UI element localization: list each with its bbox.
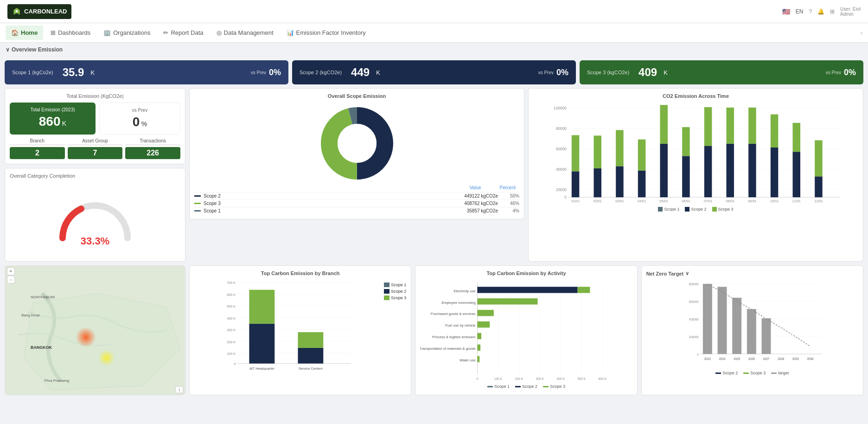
net-zero-target-text: target [778, 371, 789, 375]
svg-text:600 K: 600 K [227, 293, 236, 297]
svg-text:20000: 20000 [556, 188, 567, 192]
emission-vs-label: vs Prev [104, 108, 175, 113]
svg-text:11/01: 11/01 [792, 199, 801, 203]
logo[interactable]: CARBONLEAD [7, 4, 71, 19]
completion-title: Overall Category Completion [10, 173, 180, 179]
legend-percent-header: Percent [500, 185, 516, 190]
scope3-legend-text: Scope 3 [718, 207, 734, 212]
svg-text:500 K: 500 K [227, 304, 236, 308]
activity-chart-title: Top Carbon Emission by Activity [420, 270, 632, 276]
scope3-vs-section: vs Prev 0% [826, 68, 856, 77]
section-header: ∨ Overview Emission [0, 43, 868, 57]
svg-text:Water use: Water use [460, 358, 476, 362]
layout-icon[interactable]: ⊞ [830, 8, 835, 15]
emission-icon: 📊 [287, 29, 294, 36]
svg-text:Phra Pradaeng: Phra Pradaeng [45, 379, 69, 383]
user-name: User: Eiot [840, 6, 861, 12]
svg-point-1 [16, 10, 18, 12]
branch-legend-scope1: Scope 1 [384, 283, 406, 287]
language-label[interactable]: EN [796, 8, 804, 15]
scope1-vs-section: vs Prev 0% [251, 68, 281, 77]
activity-scope1-text: Scope 1 [494, 384, 510, 389]
emission-vs-value: 0 % [104, 115, 175, 129]
svg-text:40000: 40000 [556, 167, 567, 172]
stat-asset-group: Asset Group 7 [68, 138, 123, 159]
svg-text:07/01: 07/01 [704, 199, 712, 203]
branch-chart-card: Top Carbon Emission by Branch 700 K 600 … [189, 265, 411, 395]
svg-rect-105 [578, 287, 590, 293]
data-icon: ◎ [217, 29, 222, 36]
nav-dashboards-label: Dashboards [58, 29, 90, 36]
svg-rect-117 [478, 356, 480, 362]
branch-legend-scope2: Scope 2 [384, 289, 406, 294]
svg-text:Electricity use: Electricity use [454, 289, 476, 293]
branch-scope2-dot [384, 289, 389, 294]
scope1-legend-color [194, 210, 201, 212]
donut-chart-svg [315, 102, 399, 185]
nav-item-dashboards[interactable]: ⊞ Dashboards [45, 26, 96, 40]
net-zero-scope3-dot [743, 373, 749, 374]
chevron-down-icon: ∨ [6, 46, 10, 53]
nav-item-home[interactable]: 🏠 Home [6, 26, 43, 40]
scope3-legend-name: Scope 3 [204, 201, 458, 206]
scope1-vs-prev-label: vs Prev [251, 70, 266, 75]
nav-arrow-icon[interactable]: › [861, 30, 862, 36]
svg-text:2027: 2027 [763, 357, 770, 360]
nav-item-organizations[interactable]: 🏢 Organizations [98, 26, 156, 40]
net-zero-legend-scope2: Scope 2 [715, 371, 738, 375]
emission-vs-box: vs Prev 0 % [99, 103, 180, 135]
user-info[interactable]: User: Eiot Admin [840, 6, 861, 17]
legend-scope2-row: Scope 2 449122 kgCO2e 50% [194, 192, 519, 199]
nav-item-data-management[interactable]: ◎ Data Management [211, 26, 279, 40]
map-card: NONTHABURI Bang Kruai BANGKOK Phra Prada… [5, 265, 185, 395]
svg-text:09/01: 09/01 [748, 199, 756, 203]
vs-value-unit: % [141, 120, 147, 128]
svg-rect-29 [682, 127, 690, 156]
net-zero-scope3-text: Scope 3 [750, 371, 766, 375]
left-panel: Total Emission (KgCO2e) Total Emission (… [5, 88, 185, 262]
svg-rect-30 [704, 146, 712, 197]
help-icon[interactable]: ? [809, 8, 812, 15]
scope1-vs-value: 0% [269, 68, 281, 77]
scope3-legend-value: 408762 kgCO2e [461, 201, 498, 206]
svg-text:400000: 400000 [689, 318, 699, 321]
svg-rect-111 [478, 321, 490, 328]
svg-text:2025: 2025 [734, 357, 740, 360]
svg-rect-129 [717, 287, 727, 354]
svg-text:800000: 800000 [689, 283, 699, 286]
svg-point-55 [76, 327, 96, 347]
activity-chart-card: Top Carbon Emission by Activity 0 100 K … [415, 265, 637, 395]
middle-panel: Overall Scope Emission Value Percent [189, 88, 524, 262]
scope3-unit: K [664, 69, 668, 76]
notification-icon[interactable]: 🔔 [817, 8, 824, 15]
net-zero-dropdown-icon[interactable]: ∨ [685, 270, 689, 276]
legend-scope1-row: Scope 1 35857 kgCO2e 4% [194, 207, 519, 214]
legend-scope3-item: Scope 3 [712, 207, 734, 212]
scope2-legend-value: 449122 kgCO2e [461, 193, 498, 199]
svg-text:400 K: 400 K [227, 316, 236, 321]
branch-value: 2 [10, 147, 65, 159]
scope2-vs-value: 0% [556, 68, 568, 77]
gauge-container: 33.3% [10, 182, 180, 257]
gauge-value: 33.3% [81, 235, 109, 247]
user-role: Admin [840, 12, 861, 17]
scope3-legend-color [194, 203, 201, 204]
scope1-card: Scope 1 (kgCo2e) 35.9 K vs Prev 0% [5, 60, 288, 84]
svg-text:08/01: 08/01 [726, 199, 734, 203]
branch-legend-scope3: Scope 3 [384, 296, 406, 300]
svg-text:2026: 2026 [748, 357, 755, 360]
svg-text:01/01: 01/01 [571, 199, 580, 203]
activity-legend-scope3: Scope 3 [543, 384, 565, 389]
nav-item-report-data[interactable]: ✏ Report Data [158, 26, 209, 40]
scope2-card: Scope 2 (kgCO2e) 449 K vs Prev 0% [292, 60, 576, 84]
svg-text:60000: 60000 [556, 147, 567, 151]
co2-time-title: CO2 Emission Across Time [533, 93, 858, 99]
svg-rect-28 [682, 156, 690, 197]
nav-emission-label: Emission Factor Inventory [296, 29, 366, 36]
svg-rect-33 [727, 108, 734, 144]
nav-item-emission-factor[interactable]: 📊 Emission Factor Inventory [281, 26, 371, 40]
emission-total-box: Total Emission (2023) 860 K [10, 103, 96, 135]
activity-scope2-text: Scope 2 [522, 384, 537, 389]
donut-legend: Value Percent Scope 2 449122 kgCO2e 50% … [194, 185, 519, 214]
svg-text:Transportation of materials & : Transportation of materials & goods [420, 347, 476, 351]
